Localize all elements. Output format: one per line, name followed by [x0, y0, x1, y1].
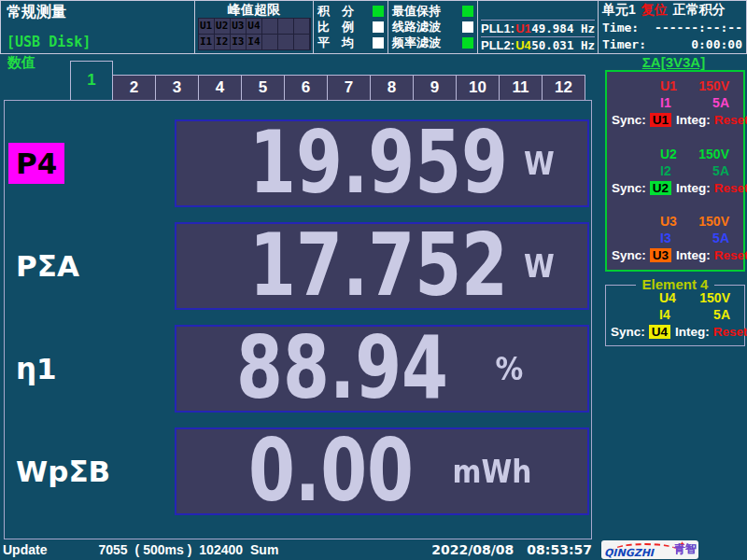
- scaling-label: 比 例: [317, 19, 354, 35]
- top-status-bar: 常规测量 [USB Disk] 峰值超限 U1 U2 U3 U4 I1 I2 I: [0, 0, 747, 54]
- filter-indicators: 最值保持 线路滤波 频率滤波: [388, 1, 477, 53]
- average-label: 平 均: [317, 35, 354, 51]
- pll2-label: PLL2:: [481, 38, 514, 52]
- peak-cell-i1: I1: [199, 35, 214, 49]
- unit-psigma-a: W: [511, 248, 567, 285]
- tab-7[interactable]: 7: [328, 75, 371, 101]
- value-wpsigma-b: 0.00: [229, 430, 414, 512]
- update-count: 7055: [98, 542, 127, 557]
- element2-integ-label: Integ:: [676, 181, 711, 195]
- value-box-psigma-a: 17.752 W: [175, 222, 589, 310]
- tab-9[interactable]: 9: [414, 75, 457, 101]
- pll1-label: PLL1:: [481, 21, 514, 35]
- usb-disk-status: [USB Disk]: [7, 34, 91, 50]
- integrate-indicator-icon: [373, 6, 384, 17]
- peak-cell-u3: U3: [231, 19, 246, 34]
- tab-2[interactable]: 2: [113, 75, 156, 101]
- peak-over-limit-section: 峰值超限 U1 U2 U3 U4 I1 I2 I3 I4: [194, 1, 313, 53]
- element2-u-label: U2: [660, 147, 677, 161]
- pll2-frequency: 50.031 Hz: [531, 38, 595, 52]
- element2-sync-source: U2: [650, 181, 671, 195]
- value-eta1: 88.94: [236, 328, 448, 410]
- mode-title: 常规测量: [7, 3, 189, 22]
- line-filter-label: 线路滤波: [392, 19, 441, 35]
- tab-8[interactable]: 8: [371, 75, 414, 101]
- tab-10[interactable]: 10: [457, 75, 500, 101]
- unit-mode: 正常积分: [673, 2, 726, 19]
- peak-cell-empty: [262, 19, 277, 34]
- tab-12[interactable]: 12: [543, 75, 585, 101]
- element1-i-label: I1: [660, 95, 671, 110]
- element-2-group: U2 150V I2 5A Sync: U2 Integ: Reset: [612, 146, 739, 197]
- pll-section: PLL1: U1 49.984 Hz PLL2: U4 50.031 Hz: [477, 1, 598, 53]
- peak-cell-i2: I2: [215, 35, 230, 49]
- value-p4: 19.959: [249, 122, 508, 204]
- time-value: ------:--:--: [655, 21, 742, 35]
- average-indicator-icon: [373, 37, 384, 49]
- element3-sync-label: Sync:: [612, 248, 646, 262]
- unit-p4: W: [511, 146, 567, 182]
- peak-cell-empty: [294, 19, 309, 34]
- mode-section: 常规测量 [USB Disk]: [1, 1, 194, 53]
- value-box-wpsigma-b: 0.00 mWh: [175, 427, 589, 515]
- element1-integ-status: Reset: [714, 113, 747, 127]
- element1-integ-label: Integ:: [676, 113, 711, 127]
- line-filter-indicator-icon: [462, 21, 473, 33]
- peak-cell-empty: [262, 35, 277, 49]
- qingzhi-logo: ✦ QINGZHI 青智: [601, 540, 698, 559]
- element4-sync-source: U4: [649, 325, 670, 339]
- element-4-panel: Element 4 U4 150V I4 5A Sync: U4 Integ: …: [605, 285, 745, 346]
- element4-header: Element 4: [636, 276, 715, 292]
- element2-sync-label: Sync:: [612, 181, 646, 195]
- max-hold-label: 最值保持: [392, 3, 441, 20]
- tab-1[interactable]: 1: [70, 61, 113, 101]
- integrate-label: 积 分: [317, 3, 354, 20]
- peak-over-limit-title: 峰值超限: [195, 1, 313, 18]
- pll1-frequency: 49.984 Hz: [531, 21, 595, 35]
- measurement-display-area: P4 19.959 W PΣA 17.752 W η1 88.94 %: [4, 100, 592, 539]
- element2-i-range: 5A: [712, 163, 729, 178]
- element-3-group: U3 150V I3 5A Sync: U3 Integ: Reset: [612, 213, 739, 264]
- peak-cell-u4: U4: [247, 19, 261, 34]
- timer-label: Timer:: [602, 37, 646, 51]
- element1-i-range: 5A: [712, 95, 729, 110]
- tab-3[interactable]: 3: [156, 75, 199, 101]
- sum-label: Sum: [250, 542, 278, 557]
- power-analyzer-screen: 常规测量 [USB Disk] 峰值超限 U1 U2 U3 U4 I1 I2 I: [0, 0, 747, 560]
- value-psigma-a: 17.752: [249, 225, 508, 307]
- pll1-source: U1: [515, 21, 531, 35]
- tab-6[interactable]: 6: [285, 75, 328, 101]
- time-display: 08:53:57: [527, 542, 592, 557]
- unit-reset-status: 复位: [641, 2, 668, 19]
- element3-i-label: I3: [660, 231, 671, 245]
- date-display: 2022/08/08: [431, 542, 514, 557]
- element2-i-label: I2: [660, 163, 671, 178]
- time-label: Time:: [602, 21, 639, 35]
- measurement-row-eta1: η1 88.94 %: [5, 325, 591, 413]
- measurement-row-psigma-a: PΣA 17.752 W: [5, 222, 591, 310]
- measurement-label-wpsigma-b: WpΣB: [8, 451, 118, 492]
- timer-value: 0:00:00: [691, 37, 742, 51]
- element1-sync-label: Sync:: [612, 113, 646, 127]
- measurement-row-wpsigma-b: WpΣB 0.00 mWh: [5, 427, 591, 515]
- logo-brand-chinese: 青智: [674, 541, 697, 557]
- peak-cell-i3: I3: [231, 35, 246, 49]
- peak-cell-empty: [278, 19, 293, 34]
- element2-u-range: 150V: [698, 147, 729, 161]
- element1-u-range: 150V: [698, 78, 729, 93]
- tab-4[interactable]: 4: [199, 75, 242, 101]
- element4-i-label: I4: [659, 307, 670, 322]
- bottom-status-bar: Update 7055 ( 500ms ) 102400 Sum 2022/08…: [0, 539, 747, 560]
- tab-11[interactable]: 11: [500, 75, 543, 101]
- tab-5[interactable]: 5: [242, 75, 285, 101]
- wiring-group-panel: U1 150V I1 5A Sync: U1 Integ: Reset U2 1…: [605, 70, 745, 272]
- value-box-eta1: 88.94 %: [175, 325, 589, 413]
- element4-integ-status: Reset: [713, 325, 747, 339]
- measurement-label-p4: P4: [8, 143, 64, 184]
- measurement-label-psigma-a: PΣA: [8, 245, 87, 287]
- integration-indicators: 积 分 比 例 平 均: [313, 1, 388, 53]
- peak-cell-empty: [278, 35, 293, 49]
- element4-sync-label: Sync:: [611, 325, 645, 339]
- element-1-group: U1 150V I1 5A Sync: U1 Integ: Reset: [612, 77, 739, 129]
- element1-sync-source: U1: [650, 113, 671, 127]
